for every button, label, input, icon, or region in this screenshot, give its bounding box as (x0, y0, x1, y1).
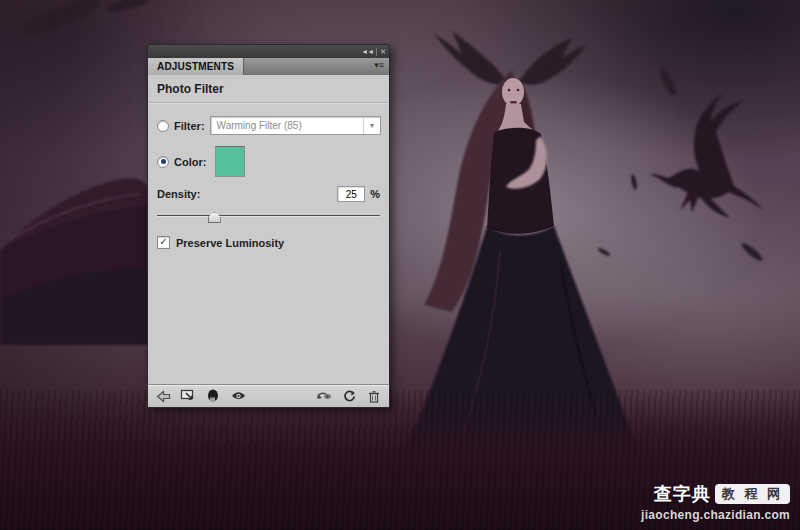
reset-adjustment-defaults-icon[interactable] (341, 389, 357, 404)
color-row: Color: (157, 146, 381, 177)
horns-headdress (434, 31, 506, 85)
return-to-adjustment-list-icon[interactable] (155, 389, 171, 404)
panel-footer (147, 384, 390, 408)
view-previous-state-icon[interactable] (316, 389, 332, 404)
photo-filter-heading: Photo Filter (148, 75, 389, 103)
toggle-layer-visibility-icon[interactable] (230, 389, 246, 404)
color-swatch[interactable] (215, 146, 245, 177)
raven-silhouette (650, 94, 764, 218)
density-slider-thumb[interactable] (208, 212, 221, 223)
checkmark-icon: ✓ (159, 237, 167, 247)
dropdown-arrow-icon[interactable]: ▾ (363, 117, 380, 134)
color-label: Color: (174, 156, 206, 168)
delete-adjustment-layer-icon[interactable] (366, 389, 382, 404)
density-slider[interactable] (157, 212, 380, 224)
density-slider-track (157, 215, 380, 216)
close-panel-icon[interactable]: ✕ (380, 48, 385, 55)
filter-dropdown-value: Warming Filter (85) (211, 120, 363, 131)
density-unit: % (370, 188, 380, 200)
tab-adjustments[interactable]: ADJUSTMENTS (148, 58, 244, 75)
density-label: Density: (157, 188, 337, 200)
panel-titlebar[interactable]: ◄◄ ✕ (147, 44, 390, 58)
filter-row: Filter: Warming Filter (85) ▾ (157, 116, 381, 135)
clip-to-layer-icon[interactable] (205, 389, 221, 404)
panel-body: Photo Filter Filter: Warming Filter (85)… (147, 75, 390, 384)
filter-dropdown[interactable]: Warming Filter (85) ▾ (210, 116, 381, 135)
expanded-view-icon[interactable] (180, 389, 196, 404)
density-input[interactable] (337, 186, 365, 202)
preserve-luminosity-label: Preserve Luminosity (176, 237, 284, 249)
filter-label: Filter: (174, 120, 205, 132)
adjustments-panel: ◄◄ ✕ ADJUSTMENTS ▾≡ Photo Filter Filter:… (147, 44, 390, 407)
watermark-brand: 查字典 (654, 482, 711, 506)
filter-radio[interactable] (157, 120, 169, 132)
panel-tab-bar: ADJUSTMENTS ▾≡ (147, 58, 390, 75)
preserve-luminosity-row: ✓ Preserve Luminosity (157, 236, 381, 249)
panel-menu-icon[interactable]: ▾≡ (374, 61, 384, 70)
preserve-luminosity-checkbox[interactable]: ✓ (157, 236, 170, 249)
screenshot-root: ◄◄ ✕ ADJUSTMENTS ▾≡ Photo Filter Filter:… (0, 0, 800, 530)
watermark-url: jiaocheng.chazidian.com (641, 508, 790, 522)
color-radio[interactable] (157, 156, 169, 168)
watermark-badge: 教 程 网 (715, 484, 790, 504)
fabric-silhouette (0, 178, 150, 345)
titlebar-divider (376, 48, 377, 56)
collapse-to-icons-icon[interactable]: ◄◄ (361, 48, 373, 55)
density-row: Density: % (157, 186, 380, 202)
watermark: 查字典 教 程 网 jiaocheng.chazidian.com (641, 482, 790, 522)
